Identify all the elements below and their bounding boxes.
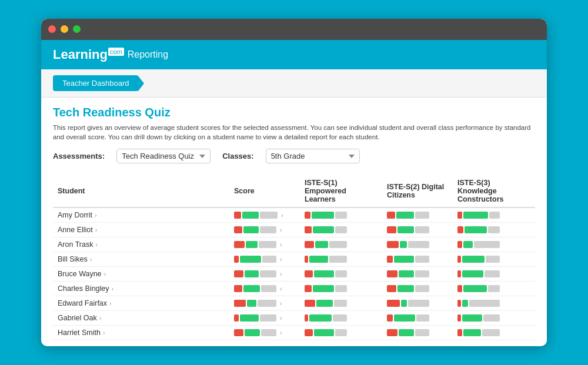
student-name: Edward Fairfax› bbox=[58, 299, 225, 307]
student-name: Bruce Wayne› bbox=[58, 270, 225, 278]
score-arrow-icon: › bbox=[280, 241, 282, 248]
score-bar bbox=[234, 285, 276, 292]
assessment-select[interactable]: Tech Readiness Quiz bbox=[116, 149, 211, 163]
bar-red bbox=[457, 241, 462, 248]
score-bar bbox=[234, 314, 276, 322]
bar-gray bbox=[415, 212, 429, 219]
score-cell: › bbox=[229, 326, 300, 340]
close-dot[interactable] bbox=[48, 25, 56, 33]
report-section: Tech Readiness Quiz This report gives an… bbox=[41, 98, 547, 175]
score-bar bbox=[387, 300, 448, 307]
bar-gray bbox=[415, 256, 429, 263]
student-name-cell[interactable]: Gabriel Oak› bbox=[53, 311, 229, 326]
chevron-right-icon: › bbox=[95, 212, 97, 219]
iste3-cell bbox=[453, 326, 535, 340]
iste3-cell bbox=[453, 237, 535, 252]
score-bar bbox=[457, 300, 530, 307]
bar-green bbox=[316, 300, 333, 307]
table-row[interactable]: Bill Sikes›› bbox=[53, 252, 535, 267]
header-bar: Learningcom Reporting bbox=[41, 40, 547, 69]
col-header-iste2: ISTE-S(2) Digital Citizens bbox=[382, 175, 453, 207]
student-name-cell[interactable]: Bill Sikes› bbox=[53, 252, 229, 267]
bar-green bbox=[315, 241, 328, 248]
score-bar bbox=[305, 329, 377, 336]
bar-red bbox=[234, 256, 239, 263]
student-name: Harriet Smith› bbox=[58, 329, 225, 337]
score-bar bbox=[457, 256, 530, 263]
bar-red bbox=[305, 241, 314, 248]
score-arrow-icon: › bbox=[280, 314, 282, 322]
student-name: Gabriel Oak› bbox=[58, 314, 225, 322]
bar-green bbox=[463, 212, 488, 219]
iste3-cell bbox=[453, 267, 535, 282]
bar-green bbox=[462, 270, 483, 277]
iste1-cell bbox=[300, 252, 382, 267]
bar-green bbox=[397, 226, 414, 233]
nav-bar: Teacher Dashboard bbox=[41, 69, 547, 98]
bar-red bbox=[305, 270, 313, 277]
student-name-cell[interactable]: Harriet Smith› bbox=[53, 326, 229, 340]
bar-gray bbox=[261, 329, 276, 336]
student-name-cell[interactable]: Bruce Wayne› bbox=[53, 267, 229, 282]
bar-gray bbox=[485, 270, 500, 277]
report-title: Tech Readiness Quiz bbox=[53, 106, 535, 119]
table-row[interactable]: Anne Elliot›› bbox=[53, 223, 535, 237]
bar-gray bbox=[415, 329, 429, 336]
student-name-cell[interactable]: Anne Elliot› bbox=[53, 223, 229, 237]
score-bar bbox=[457, 314, 530, 322]
bar-gray bbox=[416, 314, 429, 322]
score-bar bbox=[387, 212, 448, 219]
table-container: Student Score ISTE-S(1) Empowered Learne… bbox=[41, 175, 547, 346]
student-name-cell[interactable]: Charles Bingley› bbox=[53, 282, 229, 296]
bar-gray bbox=[489, 212, 500, 219]
iste1-cell bbox=[300, 296, 382, 311]
score-cell: › bbox=[229, 252, 300, 267]
bar-gray bbox=[261, 285, 276, 292]
bar-green bbox=[462, 314, 482, 322]
table-row[interactable]: Aron Trask›› bbox=[53, 237, 535, 252]
score-bar bbox=[387, 241, 448, 248]
table-row[interactable]: Gabriel Oak›› bbox=[53, 311, 535, 326]
table-row[interactable]: Edward Fairfax›› bbox=[53, 296, 535, 311]
bar-green bbox=[399, 270, 414, 277]
bar-red bbox=[234, 270, 243, 277]
bar-red bbox=[457, 256, 461, 263]
bar-red bbox=[457, 300, 461, 307]
student-name-cell[interactable]: Edward Fairfax› bbox=[53, 296, 229, 311]
score-cell: › bbox=[229, 223, 300, 237]
bar-red bbox=[457, 212, 462, 219]
teacher-dashboard-button[interactable]: Teacher Dashboard bbox=[53, 75, 138, 91]
student-name-cell[interactable]: Aron Trask› bbox=[53, 237, 229, 252]
bar-red bbox=[387, 256, 393, 263]
bar-green bbox=[465, 226, 487, 233]
iste3-cell bbox=[453, 252, 535, 267]
score-bar bbox=[234, 212, 278, 219]
table-row[interactable]: Charles Bingley›› bbox=[53, 282, 535, 296]
bar-red bbox=[457, 329, 462, 336]
student-name-cell[interactable]: Amy Dorrit› bbox=[53, 207, 229, 223]
score-bar bbox=[305, 285, 377, 292]
student-name: Charles Bingley› bbox=[58, 284, 225, 293]
table-row[interactable]: Harriet Smith›› bbox=[53, 326, 535, 340]
score-bar bbox=[234, 256, 276, 263]
bar-red bbox=[234, 300, 246, 307]
minimize-dot[interactable] bbox=[61, 25, 68, 33]
class-select[interactable]: 5th Grade bbox=[266, 149, 360, 163]
iste1-cell bbox=[300, 223, 382, 237]
table-row[interactable]: Bruce Wayne›› bbox=[53, 267, 535, 282]
bar-green bbox=[397, 285, 414, 292]
bar-green bbox=[312, 212, 334, 219]
bar-red bbox=[457, 285, 462, 292]
chevron-right-icon: › bbox=[112, 285, 114, 292]
bar-red bbox=[387, 285, 396, 292]
score-cell: › bbox=[229, 267, 300, 282]
table-row[interactable]: Amy Dorrit›› bbox=[53, 207, 535, 223]
iste2-cell bbox=[382, 311, 453, 326]
bar-gray bbox=[408, 300, 429, 307]
chevron-right-icon: › bbox=[103, 329, 105, 336]
iste3-cell bbox=[453, 282, 535, 296]
iste3-cell bbox=[453, 223, 535, 237]
maximize-dot[interactable] bbox=[73, 25, 81, 33]
bar-green bbox=[314, 270, 334, 277]
bar-red bbox=[305, 300, 315, 307]
